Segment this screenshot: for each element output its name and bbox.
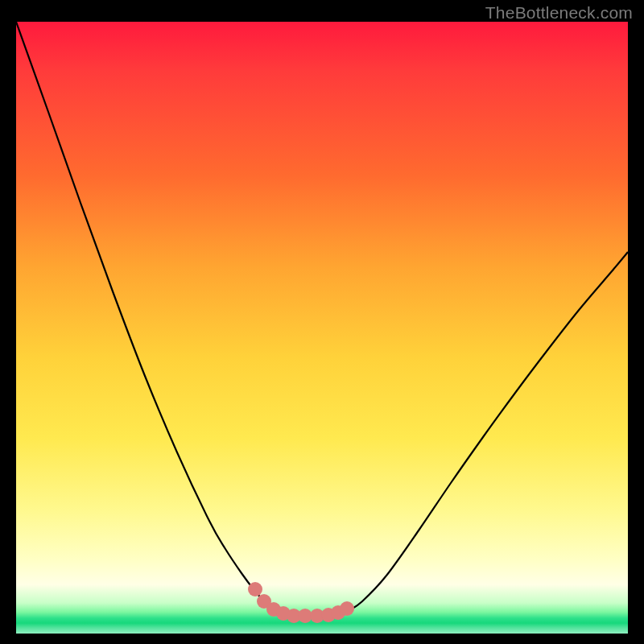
plot-area xyxy=(16,22,628,634)
valley-marker-group xyxy=(248,582,354,623)
curve-layer xyxy=(16,22,628,634)
watermark-text: TheBottleneck.com xyxy=(485,3,633,23)
bottleneck-curve xyxy=(16,22,628,616)
valley-marker xyxy=(340,601,354,616)
valley-marker xyxy=(248,582,262,597)
chart-stage: TheBottleneck.com xyxy=(0,0,644,644)
